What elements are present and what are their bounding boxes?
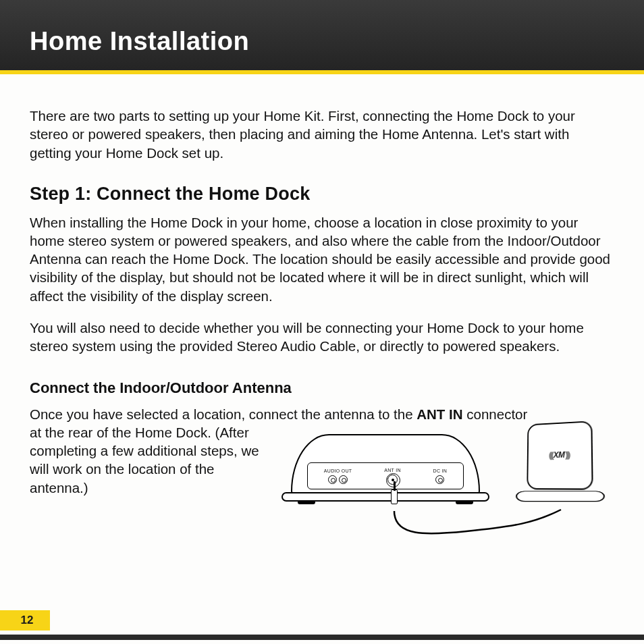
- audio-jack-icon: [328, 475, 337, 484]
- intro-paragraph: There are two parts to setting up your H…: [30, 107, 612, 162]
- device-diagram: AUDIO OUT ANT IN DC IN: [277, 422, 612, 543]
- port-audio-out: AUDIO OUT: [324, 468, 352, 484]
- antenna-lead-b: connector: [463, 406, 528, 422]
- step1-heading: Step 1: Connect the Home Dock: [30, 182, 612, 207]
- antenna-face: XM: [527, 421, 593, 490]
- page-content: There are two parts to setting up your H…: [0, 74, 644, 543]
- step1-paragraph-2: You will also need to decide whether you…: [30, 319, 612, 356]
- dock-foot: [298, 501, 315, 504]
- port-label-ant-in: ANT IN: [384, 467, 401, 473]
- step1-paragraph-1: When installing the Home Dock in your ho…: [30, 213, 612, 305]
- page-header: Home Installation: [0, 0, 644, 74]
- ant-in-bold: ANT IN: [417, 406, 462, 422]
- antenna-lead-line: Once you have selected a location, conne…: [30, 405, 612, 423]
- antenna-logo: XM: [549, 450, 569, 462]
- cable-plug-icon: [391, 489, 398, 512]
- port-dc-in: DC IN: [433, 468, 448, 484]
- step1-body: When installing the Home Dock in your ho…: [30, 213, 612, 356]
- subsection-heading: Connect the Indoor/Outdoor Antenna: [30, 378, 612, 398]
- page-number: 12: [0, 610, 50, 630]
- dock-foot: [456, 501, 473, 504]
- port-label-audio-out: AUDIO OUT: [324, 468, 352, 474]
- antenna-section: Once you have selected a location, conne…: [30, 405, 612, 543]
- antenna-rest-text: at the rear of the Home Dock. (After com…: [30, 423, 273, 497]
- page-title: Home Installation: [30, 27, 249, 56]
- audio-jack-icon: [339, 475, 348, 484]
- footer-stripe: [0, 635, 644, 640]
- ant-jack-icon: [387, 475, 398, 485]
- antenna-lead-a: Once you have selected a location, conne…: [30, 406, 417, 422]
- dock-port-panel: AUDIO OUT ANT IN DC IN: [307, 462, 464, 489]
- port-ant-in: ANT IN: [384, 467, 401, 485]
- dock-base: [281, 492, 489, 502]
- antenna-stand: [514, 491, 606, 502]
- antenna-unit: XM: [520, 422, 599, 508]
- dc-jack-icon: [435, 475, 444, 484]
- port-label-dc-in: DC IN: [433, 468, 448, 474]
